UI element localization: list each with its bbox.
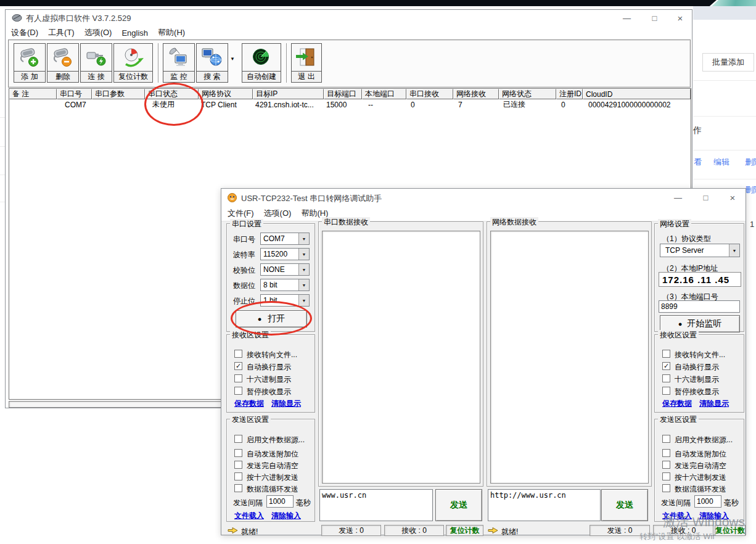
col-remark[interactable]: 备 注 bbox=[9, 89, 57, 99]
checkbox-file-source[interactable] bbox=[234, 435, 242, 443]
test-titlebar[interactable]: USR-TCP232-Test 串口转网络调试助手 — □ × bbox=[221, 189, 746, 206]
checkbox-send-hex[interactable] bbox=[662, 472, 670, 480]
checkbox-pause-recv[interactable] bbox=[662, 387, 670, 395]
serial-recv-textarea[interactable] bbox=[322, 231, 480, 484]
vcom-menu-device[interactable]: 设备(D) bbox=[11, 27, 38, 38]
col-net-protocol[interactable]: 网络协议 bbox=[199, 89, 253, 99]
test-menu-file[interactable]: 文件(F) bbox=[228, 208, 254, 219]
exit-button[interactable]: 退 出 bbox=[291, 43, 322, 83]
checkbox-file-source[interactable] bbox=[662, 435, 670, 443]
checkbox-auto-append[interactable] bbox=[662, 449, 670, 457]
test-close-button[interactable]: × bbox=[720, 189, 746, 206]
col-net-recv[interactable]: 网络接收 bbox=[453, 89, 499, 99]
vcom-menu-options[interactable]: 选项(O) bbox=[84, 27, 112, 38]
chevron-down-icon[interactable]: ▼ bbox=[298, 249, 309, 260]
send-interval-input[interactable] bbox=[694, 495, 721, 508]
vcom-menu-english[interactable]: English bbox=[121, 28, 148, 38]
chevron-down-icon[interactable]: ▼ bbox=[298, 233, 309, 244]
clear-display-link[interactable]: 清除显示 bbox=[271, 398, 301, 409]
data-bits-select[interactable]: 8 bit ▼ bbox=[260, 279, 310, 291]
view-link[interactable]: 看 bbox=[694, 157, 702, 168]
col-port-params[interactable]: 串口参数 bbox=[92, 89, 145, 99]
send-interval-input[interactable] bbox=[266, 495, 294, 508]
chevron-down-icon[interactable]: ▼ bbox=[298, 279, 309, 291]
vcom-minimize-button[interactable]: — bbox=[613, 10, 641, 26]
checkbox-auto-newline[interactable]: ✓ bbox=[662, 362, 670, 370]
cell-com-port: COM7 bbox=[57, 99, 92, 110]
vcom-maximize-button[interactable]: □ bbox=[641, 10, 668, 26]
vcom-close-button[interactable]: × bbox=[668, 10, 692, 26]
clear-display-link[interactable]: 清除显示 bbox=[699, 398, 729, 409]
table-row[interactable]: COM7 未使用 TCP Client 4291.cnsh.iot-tc... … bbox=[9, 99, 691, 110]
net-recv-textarea[interactable] bbox=[490, 231, 649, 484]
baud-rate-select[interactable]: 115200 ▼ bbox=[260, 248, 310, 260]
clear-input-link[interactable]: 清除输入 bbox=[271, 511, 301, 521]
test-maximize-button[interactable]: □ bbox=[692, 189, 720, 206]
partial-cell-value: 1 bbox=[750, 220, 754, 229]
parity-select[interactable]: NONE ▼ bbox=[260, 263, 310, 276]
vcom-menu-help[interactable]: 帮助(H) bbox=[158, 27, 185, 38]
data-bits-label: 数据位 bbox=[233, 281, 255, 291]
net-recv-group: 网络数据接收 bbox=[487, 221, 652, 487]
col-target-port[interactable]: 目标端口 bbox=[324, 89, 362, 99]
checkbox-auto-newline[interactable]: ✓ bbox=[234, 362, 242, 370]
col-cloud-id[interactable]: CloudID bbox=[583, 89, 691, 99]
checkbox-clear-after-send[interactable] bbox=[234, 461, 242, 469]
checkbox-loop-send[interactable] bbox=[662, 484, 670, 492]
serial-send-input[interactable]: www.usr.cn bbox=[319, 489, 433, 521]
plug-connect-icon bbox=[81, 44, 112, 71]
vcom-titlebar[interactable]: 有人虚拟串口软件 V3.7.2.529 — □ × bbox=[6, 10, 692, 26]
delete-port-button[interactable]: 删除 bbox=[47, 43, 79, 83]
net-send-input[interactable]: http://www.usr.cn bbox=[488, 489, 601, 521]
delete-link-2[interactable]: 删除 bbox=[745, 184, 756, 196]
com-port-select[interactable]: COM7 ▼ bbox=[260, 233, 310, 245]
local-ip-input[interactable]: 172.16 .11 .45 bbox=[659, 272, 741, 287]
edit-link[interactable]: 编辑 bbox=[713, 157, 729, 168]
divider bbox=[693, 116, 756, 117]
save-data-link[interactable]: 保存数据 bbox=[662, 398, 692, 409]
col-com-port[interactable]: 串口号 bbox=[57, 89, 92, 99]
batch-add-button[interactable]: 批量添加 bbox=[702, 53, 754, 72]
checkbox-recv-to-file[interactable] bbox=[662, 350, 670, 358]
col-local-port[interactable]: 本地端口 bbox=[362, 89, 406, 99]
col-serial-recv[interactable]: 串口接收 bbox=[406, 89, 453, 99]
net-send-button[interactable]: 发送 bbox=[601, 489, 648, 521]
checkbox-recv-to-file[interactable] bbox=[234, 350, 242, 358]
connector-add-icon bbox=[14, 44, 45, 71]
partial-column-header: 作 bbox=[693, 125, 702, 136]
reset-count-button[interactable]: 复位计数 bbox=[113, 43, 153, 83]
vcom-menu-tools[interactable]: 工具(T) bbox=[48, 27, 75, 38]
checkbox-hex-display[interactable] bbox=[234, 374, 242, 382]
chevron-down-icon[interactable]: ▼ bbox=[729, 244, 739, 257]
chevron-down-icon[interactable]: ▼ bbox=[298, 295, 309, 306]
serial-send-button[interactable]: 发送 bbox=[435, 489, 482, 521]
col-target-ip[interactable]: 目标IP bbox=[253, 89, 324, 99]
auto-create-button[interactable]: 自动创建 bbox=[242, 43, 281, 83]
search-dropdown-icon[interactable]: ▼ bbox=[230, 56, 235, 62]
vcom-window-title: 有人虚拟串口软件 V3.7.2.529 bbox=[26, 13, 131, 24]
save-data-link[interactable]: 保存数据 bbox=[234, 398, 264, 409]
load-file-link[interactable]: 文件载入 bbox=[234, 511, 264, 521]
checkbox-clear-after-send[interactable] bbox=[662, 461, 670, 469]
checkbox-hex-display[interactable] bbox=[662, 374, 670, 382]
local-port-input[interactable] bbox=[659, 300, 740, 313]
checkbox-auto-append[interactable] bbox=[234, 449, 242, 457]
checkbox-send-hex[interactable] bbox=[234, 472, 242, 480]
delete-link[interactable]: 删除 bbox=[745, 157, 756, 168]
protocol-type-select[interactable]: TCP Server ▼ bbox=[660, 244, 740, 257]
cell-remark bbox=[9, 99, 57, 110]
monitor-button[interactable]: 监 控 bbox=[163, 43, 195, 83]
chevron-down-icon[interactable]: ▼ bbox=[298, 264, 309, 275]
vcom-menubar: 设备(D) 工具(T) 选项(O) English 帮助(H) bbox=[6, 26, 692, 39]
checkbox-loop-send[interactable] bbox=[234, 484, 242, 492]
protocol-type-label: （1）协议类型 bbox=[662, 234, 711, 244]
test-minimize-button[interactable]: — bbox=[664, 189, 692, 206]
test-menu-options[interactable]: 选项(O) bbox=[264, 208, 292, 219]
serial-reset-count-button[interactable]: 复位计数 bbox=[446, 525, 483, 536]
add-port-button[interactable]: 添 加 bbox=[14, 43, 46, 83]
checkbox-pause-recv[interactable] bbox=[234, 387, 242, 395]
col-register-id[interactable]: 注册ID bbox=[556, 89, 583, 99]
search-button[interactable]: 搜 索 bbox=[196, 43, 228, 83]
connect-button[interactable]: 连 接 bbox=[80, 43, 112, 83]
col-net-status[interactable]: 网络状态 bbox=[499, 89, 556, 99]
